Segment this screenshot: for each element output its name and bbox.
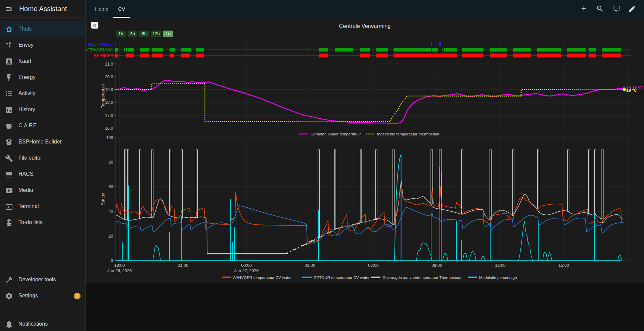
svg-text:12:00: 12:00 [495,263,505,268]
svg-text:3h: 3h [130,31,135,36]
svg-text:Centrale Verwarming: Centrale Verwarming [339,23,390,29]
svg-text:15:00: 15:00 [558,263,569,268]
svg-text:60: 60 [108,184,113,189]
svg-text:Ingestelde temperatuur thermos: Ingestelde temperatuur thermostaat [377,132,440,136]
svg-text:20.0: 20.0 [105,75,113,79]
svg-text:Jan 26, 2026: Jan 26, 2026 [107,268,132,273]
svg-text:0: 0 [111,258,113,263]
svg-text:19 °C: 19 °C [626,88,637,93]
svg-text:18:00: 18:00 [114,263,125,268]
svg-text:20: 20 [108,234,113,239]
svg-text:100: 100 [106,135,113,140]
svg-text:00:00: 00:00 [241,263,251,268]
svg-text:6h: 6h [142,31,146,36]
svg-text:18.0: 18.0 [105,100,113,105]
svg-text:21:00: 21:00 [178,263,188,268]
svg-text:1d: 1d [166,31,170,36]
svg-text:16.0: 16.0 [105,126,113,131]
svg-text:1h: 1h [118,31,123,36]
svg-text:Modulatie percentage: Modulatie percentage [479,275,517,280]
svg-text:06:00: 06:00 [368,263,378,268]
svg-text:21.0: 21.0 [105,62,113,67]
svg-text:Gevraagde aanvoertemperatuur T: Gevraagde aanvoertemperatuur Thermostaat [382,275,462,280]
svg-text:Temperatuur: Temperatuur [100,84,105,109]
svg-text:19.0: 19.0 [105,87,113,92]
svg-text:RETOUR temperatuur CV water: RETOUR temperatuur CV water [314,275,370,280]
svg-text:80: 80 [108,160,113,165]
svg-text:Status: Status [100,193,105,205]
svg-text:VERWARMING: VERWARMING [86,48,113,52]
svg-text:09:00: 09:00 [431,263,442,268]
svg-text:AANVOER temperatuur CV water: AANVOER temperatuur CV water [233,275,292,280]
svg-text:Gemeten kamer temperatuur: Gemeten kamer temperatuur [311,132,361,136]
svg-text:BRANDER: BRANDER [94,53,113,58]
svg-text:12h: 12h [152,31,160,36]
svg-text:40: 40 [108,209,113,214]
svg-text:Jan 27, 2026: Jan 27, 2026 [234,268,259,273]
svg-text:HEET WATER: HEET WATER [88,42,113,47]
svg-text:17.0: 17.0 [105,113,113,118]
svg-text:03:00: 03:00 [305,263,315,268]
